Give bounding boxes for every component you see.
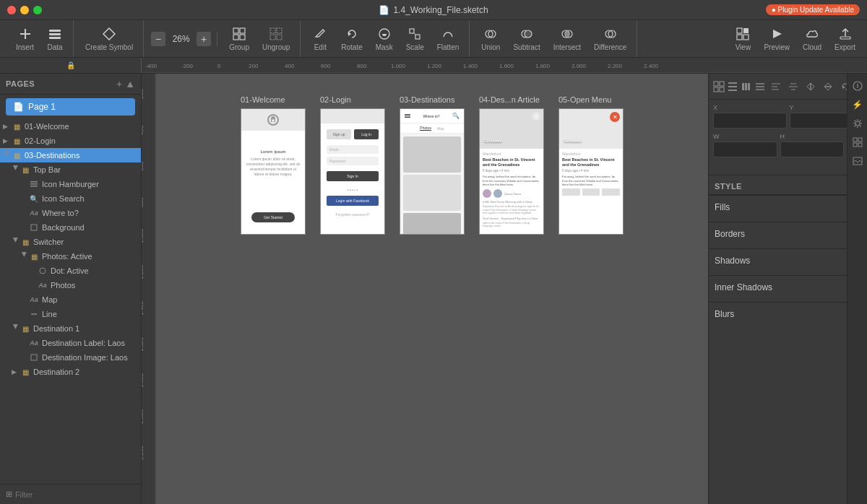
create-symbol-button[interactable]: Create Symbol <box>79 23 139 54</box>
artboard-login[interactable]: 02-Login Sign up Log in Email Password S… <box>320 95 385 235</box>
preview-button[interactable]: Preview <box>758 23 795 54</box>
layer-destlabellaos[interactable]: Aa Destination Label: Laos <box>0 336 141 350</box>
rs-xy-row: X Y <box>713 104 863 129</box>
union-button[interactable]: Union <box>475 23 506 54</box>
pages-title: PAGES <box>6 79 35 88</box>
layer-background[interactable]: Background <box>0 220 141 235</box>
add-page-button[interactable]: + <box>116 78 122 90</box>
svg-rect-27 <box>737 28 742 33</box>
rs-icon-mirror-v[interactable] <box>820 79 836 95</box>
layer-dest1[interactable]: ▶ ▦ Destination 1 <box>0 321 141 336</box>
maximize-button[interactable] <box>33 6 42 14</box>
layer-login[interactable]: ▶ ▦ 02-Login <box>0 134 141 148</box>
folder-icon-welcome: ▦ <box>12 121 22 131</box>
filter-input[interactable] <box>15 490 135 499</box>
text-icon-destlabel: Aa <box>29 338 39 348</box>
rs-h-value[interactable] <box>780 142 845 157</box>
layer-dotactive[interactable]: Dot: Active <box>0 264 141 278</box>
layer-iconhamburger[interactable]: Icon Hamburger <box>0 177 141 191</box>
minimize-button[interactable] <box>20 6 29 14</box>
cloud-button[interactable]: Cloud <box>797 23 827 54</box>
artboard-frame-welcome[interactable]: Lorem Ipsum Lorem ipsum dolor sit amet, … <box>241 108 306 235</box>
canvas[interactable]: 01-Welcome Lorem Ipsum Lorem ipsum dolor… <box>156 74 708 504</box>
rs-icon-mirror-h[interactable] <box>803 79 819 95</box>
layer-line[interactable]: Line <box>0 307 141 321</box>
pages-header: PAGES + ▲ <box>0 74 141 95</box>
layer-topbar[interactable]: ▶ ▦ Top Bar <box>0 162 141 177</box>
layer-iconsearch[interactable]: 🔍 Icon Search <box>0 191 141 206</box>
artboard-destinations[interactable]: 03-Destinations Where to? 🔍 <box>400 95 465 235</box>
artboard-frame-article[interactable]: Caribbean ✕ Wanderlust Best Beaches in S… <box>479 108 544 235</box>
plugin-update-badge[interactable]: ● Plugin Update Available <box>766 4 860 15</box>
edit-button[interactable]: Edit <box>306 23 334 54</box>
layer-dest2[interactable]: ▶ ▦ Destination 2 <box>0 365 141 379</box>
rs-borders-header[interactable]: Borders + <box>715 228 861 240</box>
ruler-horizontal: -400 -200 0 200 400 600 800 1.000 1.200 … <box>142 58 867 73</box>
layer-photosactive[interactable]: ▶ ▦ Photos: Active <box>0 249 141 264</box>
toggle-pages-button[interactable]: ▲ <box>125 78 135 90</box>
svg-rect-68 <box>714 82 718 86</box>
zoom-out-button[interactable]: − <box>151 32 165 46</box>
rs-x-value[interactable] <box>713 113 787 129</box>
arrow-login: ▶ <box>3 137 12 144</box>
ungroup-button[interactable]: Ungroup <box>256 23 296 54</box>
layer-destinations[interactable]: ▶ ▦ 03-Destinations <box>0 148 141 162</box>
rs-icon-align-left[interactable] <box>768 79 784 95</box>
artboard-article[interactable]: 04-Des...n Article Caribbean ✕ Wanderlus… <box>479 95 544 235</box>
rs-fills-header[interactable]: Fills + <box>715 201 861 213</box>
rs-icon-cols[interactable] <box>741 79 752 95</box>
artboard-frame-login[interactable]: Sign up Log in Email Password Sign In • … <box>320 108 385 235</box>
text-icon-whereto: Aa <box>29 208 39 218</box>
rs-icon-align-center[interactable] <box>785 79 801 95</box>
layer-switcher[interactable]: ▶ ▦ Switcher <box>0 235 141 249</box>
folder-icon-topbar: ▦ <box>20 165 30 175</box>
svg-rect-6 <box>233 28 238 33</box>
subtract-button[interactable]: Subtract <box>507 23 545 54</box>
insert-button[interactable]: Insert <box>10 23 40 54</box>
scale-button[interactable]: Scale <box>400 23 430 54</box>
folder-icon-switcher: ▦ <box>20 237 30 247</box>
group-button[interactable]: Group <box>223 23 255 54</box>
rs-icon-grid[interactable] <box>727 79 738 95</box>
rs-shadows-header[interactable]: Shadows + <box>715 255 861 266</box>
rs-w-value[interactable] <box>713 142 777 157</box>
rs-icon-move[interactable] <box>713 79 725 95</box>
flatten-button[interactable]: Flatten <box>431 23 465 54</box>
rs-icon-inspector[interactable] <box>850 78 866 94</box>
search-icon-layer: 🔍 <box>29 194 39 204</box>
data-button[interactable]: Data <box>41 23 69 54</box>
rs-icon-gear[interactable] <box>850 116 866 131</box>
rotate-button[interactable]: Rotate <box>335 23 368 54</box>
svg-marker-87 <box>811 83 814 90</box>
rs-icon-image[interactable] <box>850 153 866 169</box>
artboard-menu[interactable]: 05-Open Menu Caribbean ✕ Wanderlust <box>558 95 624 235</box>
layer-welcome[interactable]: ▶ ▦ 01-Welcome <box>0 119 141 134</box>
rs-w-coord: W <box>713 133 777 166</box>
artboard-frame-menu[interactable]: Caribbean ✕ Wanderlust Best Beaches in S… <box>558 108 624 235</box>
svg-text:2.000: 2.000 <box>571 63 587 69</box>
close-button[interactable] <box>7 6 16 14</box>
artboard-frame-destinations[interactable]: Where to? 🔍 Photos Map <box>400 108 465 235</box>
layer-map[interactable]: Aa Map <box>0 292 141 307</box>
rs-icon-grid2[interactable] <box>850 134 866 150</box>
intersect-button[interactable]: Intersect <box>548 23 587 54</box>
vertical-ruler: 200 400 600 800 1.000 1.200 1.400 1.600 … <box>142 74 156 504</box>
page-item-page1[interactable]: 📄 Page 1 <box>6 98 135 116</box>
svg-text:2.400: 2.400 <box>644 63 659 69</box>
rs-inner-shadows-header[interactable]: Inner Shadows + <box>715 282 861 293</box>
artboard-welcome[interactable]: 01-Welcome Lorem Ipsum Lorem ipsum dolor… <box>241 95 306 235</box>
layer-photos[interactable]: Aa Photos <box>0 278 141 292</box>
zoom-in-button[interactable]: + <box>197 32 211 46</box>
layer-whereto[interactable]: Aa Where to? <box>0 206 141 220</box>
svg-marker-90 <box>824 87 832 90</box>
scale-icon <box>407 26 423 42</box>
difference-button[interactable]: Difference <box>588 23 632 54</box>
export-button[interactable]: Export <box>829 23 861 54</box>
rs-blurs-header[interactable]: Blurs + <box>715 308 861 320</box>
rs-icon-rows[interactable] <box>754 79 766 95</box>
view-button[interactable]: View <box>729 23 756 54</box>
layer-destimagelaos[interactable]: Destination Image: Laos <box>0 350 141 365</box>
rs-icon-lightning[interactable]: ⚡ <box>850 97 866 113</box>
rs-shadows-title: Shadows <box>715 256 750 266</box>
mask-button[interactable]: Mask <box>370 23 399 54</box>
